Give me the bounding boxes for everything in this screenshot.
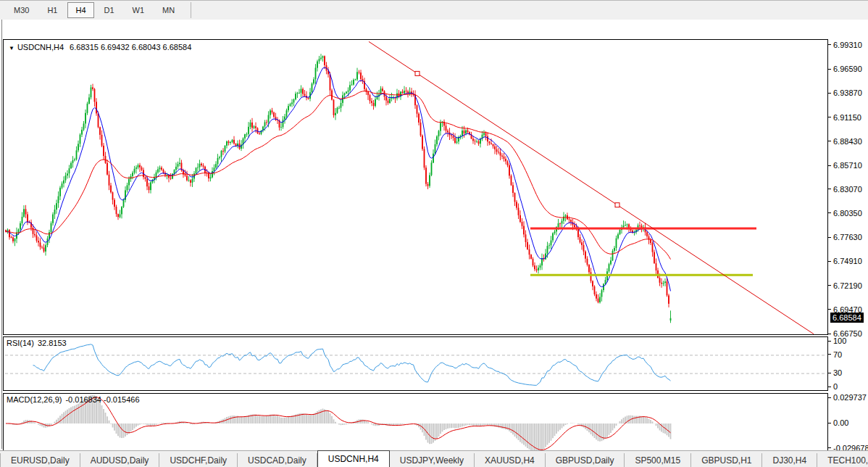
timeframe-button-w1[interactable]: W1 — [125, 2, 153, 18]
main-chart-panel: ▼USDCNH,H46.68315 6.69432 6.68043 6.6858… — [3, 39, 828, 335]
chart-symbol-label: USDCNH,H4 — [17, 43, 64, 51]
timeframe-button-h1[interactable]: H1 — [39, 2, 65, 18]
rsi-indicator-name: RSI(14) — [7, 339, 34, 347]
price-tick-mark — [828, 165, 831, 166]
timeframe-button-h4[interactable]: H4 — [67, 2, 93, 18]
collapse-triangle-icon[interactable]: ▼ — [9, 45, 14, 51]
price-tick: 6.80350 — [828, 208, 862, 218]
tab-tech100-h1[interactable]: TECH100,H1 — [817, 453, 868, 467]
rsi-tick-mark — [828, 341, 831, 342]
tab-dj30-h4[interactable]: DJ30,H4 — [762, 453, 817, 467]
rsi-label: RSI(14)32.8153 — [7, 339, 70, 347]
price-tick-mark — [828, 237, 831, 238]
rsi-panel: RSI(14)32.8153 — [3, 336, 828, 391]
chart-tab-bar: EURUSD,DailyAUDUSD,DailyUSDCHF,DailyUSDC… — [0, 450, 868, 467]
macd-current-values: -0.016834 -0.015466 — [65, 395, 139, 404]
rsi-current-value: 32.8153 — [38, 339, 67, 347]
tab-usdcad-daily[interactable]: USDCAD,Daily — [238, 453, 317, 467]
price-tick: 6.83070 — [828, 184, 862, 194]
chart-ohlc-values: 6.68315 6.69432 6.68043 6.68584 — [70, 43, 191, 51]
rsi-tick: 100 — [828, 336, 846, 346]
price-tick-mark — [828, 93, 831, 94]
tab-gbpusd-daily[interactable]: GBPUSD,Daily — [546, 453, 625, 467]
tab-usdchf-daily[interactable]: USDCHF,Daily — [159, 453, 238, 467]
rsi-chart[interactable] — [4, 337, 827, 390]
chart-title: ▼USDCNH,H46.68315 6.69432 6.68043 6.6858… — [9, 43, 191, 51]
timeframe-button-m30[interactable]: M30 — [6, 2, 37, 18]
price-axis[interactable]: 6.993106.965906.938706.911506.884306.857… — [828, 39, 868, 335]
current-price-label: 6.68584 — [830, 313, 864, 323]
price-tick-mark — [828, 69, 831, 70]
price-tick-mark — [828, 309, 831, 310]
price-tick: 6.72190 — [828, 281, 862, 290]
timeframe-buttons: M30H1H4D1W1MN — [6, 2, 185, 18]
price-tick: 6.74910 — [828, 257, 862, 266]
macd-label: MACD(12,26,9)-0.016834 -0.015466 — [7, 395, 143, 404]
price-tick: 6.96590 — [828, 65, 862, 74]
rsi-tick: 70 — [828, 350, 842, 359]
macd-tick: 0.029737 — [828, 393, 867, 402]
tab-gbpusd-h1[interactable]: GBPUSD,H1 — [691, 453, 762, 467]
price-tick-mark — [828, 285, 831, 286]
macd-tick: 0.00 — [828, 418, 848, 428]
price-tick: 6.85710 — [828, 161, 862, 170]
price-tick-mark — [828, 44, 831, 45]
chart-tabs: EURUSD,DailyAUDUSD,DailyUSDCHF,DailyUSDC… — [1, 450, 868, 467]
tab-usdcnh-h4[interactable]: USDCNH,H4 — [317, 450, 390, 467]
macd-tick-mark — [828, 397, 831, 398]
price-tick-mark — [828, 117, 831, 117]
tab-sp500-m15[interactable]: SP500,M15 — [625, 453, 691, 467]
macd-indicator-name: MACD(12,26,9) — [7, 395, 62, 404]
trading-platform-window: M30H1H4D1W1MN ▼USDCNH,H46.68315 6.69432 … — [0, 0, 868, 467]
price-tick-mark — [828, 189, 831, 189]
price-tick-mark — [828, 141, 831, 141]
rsi-tick-mark — [828, 373, 831, 373]
rsi-tick-mark — [828, 354, 831, 355]
tab-eurusd-daily[interactable]: EURUSD,Daily — [1, 453, 80, 467]
chart-workspace: ▼USDCNH,H46.68315 6.69432 6.68043 6.6858… — [0, 20, 868, 450]
rsi-tick: 30 — [828, 368, 842, 378]
macd-tick-mark — [828, 423, 831, 423]
timeframe-button-d1[interactable]: D1 — [96, 2, 122, 18]
macd-panel: MACD(12,26,9)-0.016834 -0.015466 — [3, 393, 828, 452]
macd-tick-mark — [828, 447, 831, 448]
rsi-axis: 10070300 — [828, 336, 868, 391]
tab-audusd-daily[interactable]: AUDUSD,Daily — [80, 453, 160, 467]
price-tick-mark — [828, 212, 831, 213]
price-tick: 6.99310 — [828, 40, 862, 49]
window-left-edge — [1, 20, 2, 449]
rsi-tick: 0 — [828, 382, 838, 392]
price-tick: 6.77630 — [828, 233, 862, 242]
price-tick: 6.88430 — [828, 136, 862, 146]
tab-usdjpy-weekly[interactable]: USDJPY,Weekly — [390, 453, 475, 467]
macd-axis: 0.0297370.00-0.029678 — [828, 393, 868, 452]
rsi-tick-mark — [828, 387, 831, 387]
price-tick: 6.91150 — [828, 112, 861, 122]
candlestick-chart[interactable] — [4, 40, 827, 334]
toolbar-separator — [191, 2, 191, 18]
price-tick-mark — [828, 261, 831, 262]
price-tick: 6.93870 — [828, 88, 862, 98]
timeframe-toolbar: M30H1H4D1W1MN — [0, 1, 868, 20]
tab-xauusd-h4[interactable]: XAUUSD,H4 — [475, 453, 546, 467]
price-tick-mark — [828, 334, 831, 334]
timeframe-button-mn[interactable]: MN — [154, 2, 183, 18]
